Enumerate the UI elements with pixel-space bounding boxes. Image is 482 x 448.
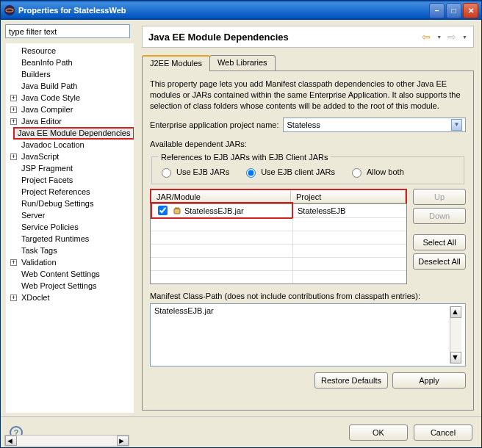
restore-defaults-button[interactable]: Restore Defaults (314, 372, 388, 389)
nav-back-menu-icon[interactable]: ▼ (436, 35, 442, 40)
svg-rect-3 (175, 207, 179, 209)
ejb-refs-legend: References to EJB JARs with EJB Client J… (158, 153, 331, 162)
tree-item-service-policies[interactable]: Service Policies (6, 221, 134, 233)
ear-label: Enterprise application project name: (150, 120, 278, 129)
expand-icon[interactable]: + (10, 259, 17, 266)
sidebar: ResourceBeanInfo PathBuildersJava Build … (1, 20, 137, 416)
apply-button[interactable]: Apply (392, 372, 466, 389)
expand-icon[interactable]: + (10, 106, 17, 113)
tree-item-label: Web Content Settings (20, 270, 101, 278)
nav-back-icon[interactable]: ⇦ (422, 31, 431, 43)
close-button[interactable]: ✕ (463, 3, 478, 18)
table-row[interactable]: StatelessEJB.jar StatelessEJB (151, 204, 406, 217)
filter-input[interactable] (5, 24, 130, 38)
tree-item-javadoc-location[interactable]: Javadoc Location (6, 139, 134, 151)
tree-indent (10, 224, 17, 231)
horizontal-scrollbar[interactable]: ◄► (4, 435, 129, 447)
ejb-refs-group: References to EJB JARs with EJB Client J… (151, 153, 464, 184)
cancel-button[interactable]: Cancel (414, 424, 472, 441)
select-all-button[interactable]: Select All (413, 234, 466, 250)
tree-indent (10, 59, 17, 66)
chevron-down-icon[interactable]: ▼ (451, 119, 462, 131)
tree-item-label: Javadoc Location (20, 140, 86, 149)
tree-item-label: Builders (20, 70, 52, 79)
tree-item-javascript[interactable]: +JavaScript (6, 151, 134, 162)
tree-item-xdoclet[interactable]: +XDoclet (6, 292, 134, 303)
maximize-button[interactable]: □ (446, 3, 461, 18)
tree-indent (10, 248, 17, 254)
tree-indent (10, 271, 17, 278)
tree-item-java-compiler[interactable]: +Java Compiler (6, 104, 134, 115)
tree-item-beaninfo-path[interactable]: BeanInfo Path (6, 57, 134, 68)
tree-indent (10, 200, 17, 207)
manifest-label: Manifest Class-Path (does not include co… (150, 292, 466, 300)
tree-item-web-content-settings[interactable]: Web Content Settings (6, 268, 134, 280)
tree-item-run-debug-settings[interactable]: Run/Debug Settings (6, 198, 134, 209)
tree-indent (10, 212, 17, 219)
tab-content: This property page lets you add Manifest… (142, 71, 474, 411)
tree-item-label: BeanInfo Path (20, 58, 74, 67)
tree-item-web-project-settings[interactable]: Web Project Settings (6, 280, 134, 292)
tree-item-java-editor[interactable]: +Java Editor (6, 115, 134, 127)
tree-item-label: Web Project Settings (20, 281, 98, 290)
tree-item-label: Resource (20, 46, 57, 55)
tree-indent (10, 165, 17, 172)
description-text: This property page lets you add Manifest… (150, 79, 466, 112)
window-title: Properties for StatelessWeb (18, 6, 126, 15)
ok-button[interactable]: OK (349, 424, 408, 441)
tree-item-label: Task Tags (20, 246, 59, 255)
radio-allow-both[interactable]: Allow both (348, 166, 404, 178)
tree-item-jsp-fragment[interactable]: JSP Fragment (6, 162, 134, 174)
tree-indent (10, 142, 17, 148)
expand-icon[interactable]: + (10, 153, 17, 160)
tree-indent (10, 71, 17, 78)
tree-item-project-facets[interactable]: Project Facets (6, 174, 134, 186)
tree-item-label: Run/Debug Settings (20, 199, 95, 208)
tree-indent (10, 236, 17, 242)
vertical-scrollbar[interactable]: ▲▼ (450, 306, 461, 364)
tree-item-java-code-style[interactable]: +Java Code Style (6, 92, 134, 104)
jar-table[interactable]: JAR/Module Project StatelessEJB.jar Stat… (150, 189, 407, 284)
tree-item-label: Server (20, 211, 46, 220)
tree-item-targeted-runtimes[interactable]: Targeted Runtimes (6, 233, 134, 245)
tree-item-validation[interactable]: +Validation (6, 256, 134, 268)
row-checkbox[interactable] (158, 206, 168, 215)
expand-icon[interactable]: + (10, 295, 17, 301)
tree-item-task-tags[interactable]: Task Tags (6, 245, 134, 256)
nav-forward-icon: ⇨ (447, 31, 456, 43)
radio-use-ejb-client-jars[interactable]: Use EJB client JARs (242, 166, 335, 178)
column-jar-module[interactable]: JAR/Module (151, 190, 291, 203)
ear-value: Stateless (287, 120, 320, 129)
tree-item-java-ee-module-dependencies[interactable]: Java EE Module Dependencies (6, 127, 134, 139)
tree-item-label: Java Editor (20, 117, 63, 126)
ear-combo[interactable]: Stateless ▼ (283, 118, 466, 132)
tree-item-label: Project Facets (20, 176, 74, 184)
tree-item-project-references[interactable]: Project References (6, 186, 134, 198)
tree-item-resource[interactable]: Resource (6, 45, 134, 57)
page-banner: Java EE Module Dependencies ⇦▼ ⇨▼ (142, 26, 474, 48)
tab-web-libraries[interactable]: Web Libraries (209, 55, 276, 71)
minimize-button[interactable]: – (429, 3, 445, 18)
up-button[interactable]: Up (413, 189, 466, 205)
jar-icon (173, 206, 181, 215)
available-jars-label: Available dependent JARs: (150, 140, 466, 148)
down-button[interactable]: Down (413, 208, 466, 224)
tab-j2ee-modules[interactable]: J2EE Modules (142, 55, 210, 71)
project-name: StatelessEJB (293, 206, 406, 215)
tree-item-builders[interactable]: Builders (6, 68, 134, 80)
deselect-all-button[interactable]: Deselect All (413, 253, 466, 270)
tree-indent (10, 48, 17, 54)
tree-item-label: Java Code Style (20, 93, 82, 102)
category-tree[interactable]: ResourceBeanInfo PathBuildersJava Build … (5, 43, 134, 413)
manifest-textarea[interactable]: StatelessEJB.jar ▲▼ (150, 303, 466, 366)
nav-forward-menu-icon[interactable]: ▼ (462, 35, 467, 40)
tree-indent (10, 177, 17, 184)
radio-use-ejb-jars[interactable]: Use EJB JARs (158, 166, 229, 178)
expand-icon[interactable]: + (10, 95, 17, 101)
tab-bar: J2EE Modules Web Libraries (142, 55, 474, 71)
tree-item-server[interactable]: Server (6, 209, 134, 221)
tree-item-java-build-path[interactable]: Java Build Path (6, 80, 134, 92)
expand-icon[interactable]: + (10, 118, 17, 125)
svg-rect-2 (174, 209, 180, 214)
column-project[interactable]: Project (291, 190, 406, 203)
